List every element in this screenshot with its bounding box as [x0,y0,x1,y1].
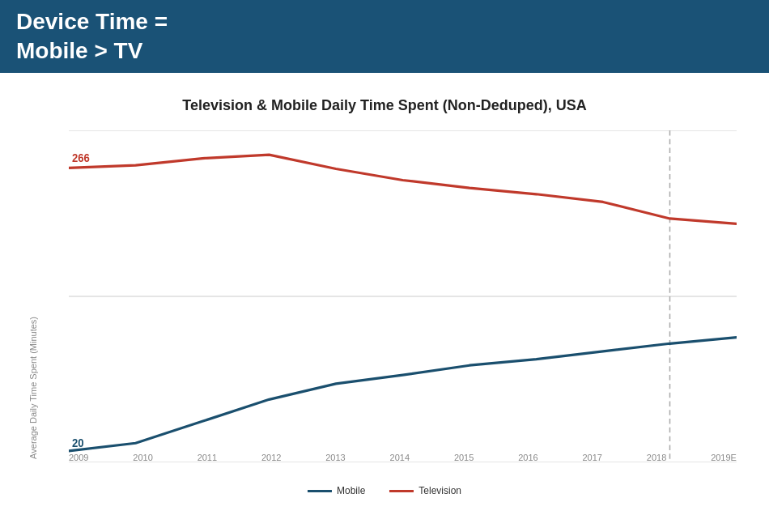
x-label-2016: 2016 [518,453,537,462]
page-header: Device Time = Mobile > TV [0,0,769,73]
x-label-2009: 2009 [69,453,88,462]
legend-mobile-label: Mobile [337,485,365,496]
chart-title: Television & Mobile Daily Time Spent (No… [24,97,745,114]
legend-mobile-line [308,490,332,492]
chart-area: Television & Mobile Daily Time Spent (No… [0,73,769,532]
x-label-2012: 2012 [261,453,281,462]
chart-container: Average Daily Time Spent (Minutes) 0 150… [24,130,745,503]
x-label-2018: 2018 [647,453,666,462]
header-title: Device Time = Mobile > TV [16,7,168,66]
x-label-2017: 2017 [583,453,602,462]
x-label-2019e: 2019E [711,453,737,462]
x-label-2015: 2015 [454,453,474,462]
x-label-2014: 2014 [390,453,410,462]
chart-svg: 0 150 300 20 266 226 216 [69,130,737,462]
svg-text:266: 266 [72,151,90,164]
x-label-2010: 2010 [133,453,152,462]
legend-tv: Television [389,485,461,496]
x-label-2013: 2013 [325,453,345,462]
legend-mobile: Mobile [308,485,365,496]
chart-legend: Mobile Television [308,485,461,496]
y-axis-label: Average Daily Time Spent (Minutes) [28,317,38,459]
legend-tv-line [389,490,414,492]
x-axis-labels: 2009 2010 2011 2012 2013 2014 2015 2016 … [69,448,737,462]
x-label-2011: 2011 [198,453,217,462]
legend-tv-label: Television [418,485,461,496]
